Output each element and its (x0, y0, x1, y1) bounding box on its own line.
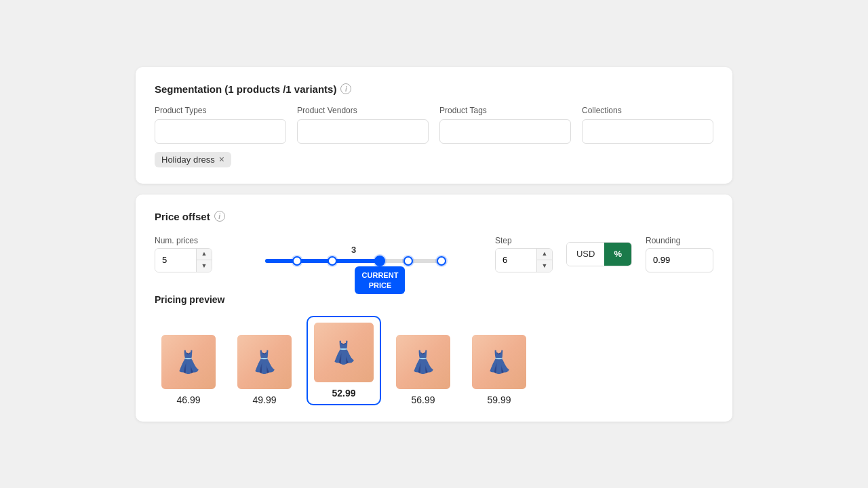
step-down-button[interactable]: ▼ (537, 260, 552, 272)
collections-input[interactable] (582, 119, 713, 144)
slider-value-label: 3 (351, 245, 356, 255)
product-types-input[interactable] (155, 119, 286, 144)
dress-figure-1 (161, 335, 216, 389)
usd-button[interactable]: USD (567, 243, 604, 266)
slider-fill (265, 259, 380, 263)
step-up-button[interactable]: ▲ (537, 249, 552, 261)
price-label-3: 52.99 (332, 388, 355, 399)
dress-figure-5 (472, 335, 526, 389)
page-wrapper: Segmentation (1 products /1 variants) i … (136, 67, 732, 422)
price-offset-info-icon[interactable]: i (214, 211, 225, 222)
collections-field: Collections (582, 106, 713, 144)
pct-button[interactable]: % (604, 243, 631, 266)
num-prices-label: Num. prices (155, 236, 212, 245)
segmentation-card: Segmentation (1 products /1 variants) i … (136, 67, 732, 184)
product-vendors-label: Product Vendors (297, 106, 429, 115)
tags-row: Holiday dress × (155, 152, 713, 167)
price-offset-title-text: Price offset (155, 211, 210, 222)
num-prices-input[interactable] (155, 249, 196, 272)
num-prices-group: Num. prices ▲ ▼ (155, 236, 212, 272)
step-spinner: ▲ ▼ (495, 248, 553, 272)
step-spinner-buttons: ▲ ▼ (536, 249, 552, 272)
slider-thumb-1[interactable] (292, 256, 302, 266)
tag-chip-holiday-dress: Holiday dress × (155, 152, 231, 167)
rounding-label: Rounding (646, 236, 713, 245)
step-group: Step ▲ ▼ (495, 236, 553, 272)
segmentation-title-text: Segmentation (1 products /1 variants) (155, 83, 336, 95)
step-input[interactable] (496, 249, 536, 272)
collections-label: Collections (582, 106, 713, 115)
slider-thumb-4[interactable] (403, 256, 413, 266)
spinner-up-button[interactable]: ▲ (197, 249, 212, 261)
product-types-field: Product Types (155, 106, 286, 144)
price-label-4: 56.99 (411, 394, 435, 405)
dress-figure-2 (237, 335, 292, 389)
price-label-2: 49.99 (252, 394, 276, 405)
num-prices-spinner: ▲ ▼ (155, 248, 212, 272)
product-tags-label: Product Tags (439, 106, 571, 115)
preview-item-5: 59.99 (465, 335, 533, 405)
slider-track[interactable]: CURRENTPRICE (265, 259, 441, 263)
product-image-2 (237, 335, 292, 389)
pricing-preview-title: Pricing preview (155, 294, 713, 305)
slider-container: 3 CURRENTPRICE (226, 245, 481, 263)
price-controls: Num. prices ▲ ▼ 3 (155, 236, 713, 272)
slider-thumb-2[interactable] (328, 256, 337, 266)
product-image-5 (472, 335, 526, 389)
rounding-group: Rounding (646, 236, 713, 272)
product-tags-input[interactable] (439, 119, 571, 144)
product-types-label: Product Types (155, 106, 286, 115)
current-price-button[interactable]: CURRENTPRICE (355, 266, 406, 294)
currency-toggle: USD % (566, 242, 632, 266)
preview-items: 46.99 49.99 52.99 56.99 (155, 316, 713, 405)
preview-item-1: 46.99 (155, 335, 222, 405)
product-image-1 (161, 335, 216, 389)
tag-remove-button[interactable]: × (219, 155, 224, 164)
rounding-input[interactable] (646, 248, 713, 272)
step-label: Step (495, 236, 553, 245)
spinner-down-button[interactable]: ▼ (197, 260, 212, 272)
product-vendors-field: Product Vendors (297, 106, 429, 144)
price-offset-card: Price offset i Num. prices ▲ ▼ 3 (136, 195, 732, 422)
product-image-3 (314, 323, 374, 382)
product-tags-field: Product Tags (439, 106, 571, 144)
price-offset-title: Price offset i (155, 211, 713, 222)
product-image-4 (396, 335, 450, 389)
dress-figure-4 (396, 335, 450, 389)
segmentation-info-icon[interactable]: i (340, 83, 351, 94)
price-label-1: 46.99 (176, 394, 200, 405)
spinner-buttons: ▲ ▼ (196, 249, 212, 272)
segmentation-fields: Product Types Product Vendors Product Ta… (155, 106, 713, 144)
segmentation-title: Segmentation (1 products /1 variants) i (155, 83, 713, 95)
price-label-5: 59.99 (487, 394, 511, 405)
product-vendors-input[interactable] (297, 119, 429, 144)
tag-label: Holiday dress (161, 155, 215, 165)
preview-item-2: 49.99 (231, 335, 298, 405)
preview-item-4: 56.99 (389, 335, 457, 405)
slider-thumb-3-active[interactable] (374, 256, 385, 266)
dress-figure-3 (314, 323, 374, 382)
slider-thumb-5[interactable] (437, 256, 446, 266)
preview-item-3-active[interactable]: 52.99 (307, 316, 381, 405)
